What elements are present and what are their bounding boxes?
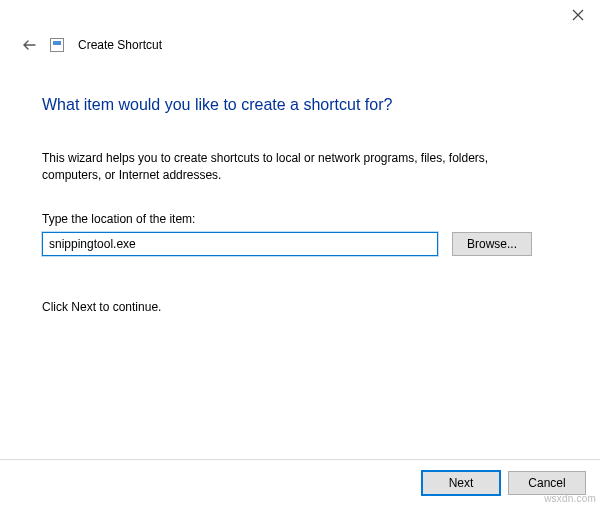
titlebar: [0, 0, 600, 30]
location-label: Type the location of the item:: [42, 212, 558, 226]
continue-text: Click Next to continue.: [42, 300, 558, 314]
cancel-button[interactable]: Cancel: [508, 471, 586, 495]
page-heading: What item would you like to create a sho…: [42, 96, 558, 114]
location-row: Browse...: [42, 232, 558, 256]
wizard-footer: Next Cancel: [0, 459, 600, 505]
location-input[interactable]: [42, 232, 438, 256]
page-description: This wizard helps you to create shortcut…: [42, 150, 512, 184]
shortcut-app-icon: [50, 38, 64, 52]
browse-button[interactable]: Browse...: [452, 232, 532, 256]
back-icon[interactable]: [22, 38, 36, 52]
create-shortcut-wizard: Create Shortcut What item would you like…: [0, 0, 600, 505]
wizard-header: Create Shortcut: [0, 30, 600, 62]
next-button[interactable]: Next: [422, 471, 500, 495]
close-icon[interactable]: [572, 9, 584, 21]
wizard-content: What item would you like to create a sho…: [0, 62, 600, 314]
wizard-title: Create Shortcut: [78, 38, 162, 52]
